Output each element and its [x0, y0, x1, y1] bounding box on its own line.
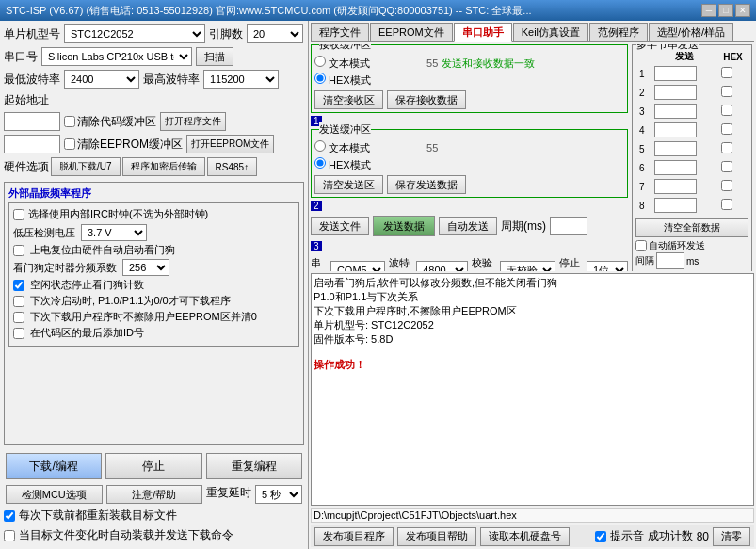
port-label: 串口号	[4, 49, 38, 65]
pin-select[interactable]: 20	[247, 24, 303, 43]
port-select[interactable]: Silicon Labs CP210x USB to UAI	[41, 47, 192, 66]
clear-send-button[interactable]: 清空发送区	[314, 175, 383, 194]
encrypt-button[interactable]: 程序加密后传输	[122, 157, 205, 176]
help-button[interactable]: 注意/帮助	[106, 485, 203, 504]
multistr-group: 多字节串发送 发送 HEX 1 2 3	[632, 44, 752, 271]
check-select[interactable]: 无校验	[500, 261, 555, 271]
open-eeprom-button[interactable]: 打开EEPROM文件	[186, 135, 274, 153]
clear-eeprom-label: 清除EEPROM缓冲区	[77, 137, 183, 153]
interval-input[interactable]: 0	[656, 252, 684, 269]
multistr-hex-check[interactable]	[721, 86, 732, 97]
save-send-button[interactable]: 保存发送数据	[387, 175, 466, 194]
download-button[interactable]: 下载/编程	[6, 453, 102, 479]
rs485-button[interactable]: RS485↑	[207, 157, 258, 176]
serial-right: 多字节串发送 发送 HEX 1 2 3	[632, 44, 754, 271]
interval-label: 间隔	[635, 254, 654, 267]
pub-help-button[interactable]: 发布项目帮助	[397, 527, 476, 546]
detect-mcu-button[interactable]: 检测MCU选项	[6, 485, 103, 504]
addr1-input[interactable]: 0x0000	[4, 112, 60, 131]
recv-group: 接收缓冲区 文本模式 55 发送和接收数据一致	[311, 44, 628, 113]
clear-recv-button[interactable]: 清空接收区	[314, 90, 383, 109]
idle-stop-check[interactable]	[13, 280, 24, 291]
multistr-hex-check[interactable]	[721, 180, 732, 191]
iap-button[interactable]: 脱机下载/U7	[51, 157, 121, 176]
tab-pricing[interactable]: 选型/价格/样品	[649, 23, 733, 41]
reload-check[interactable]	[4, 510, 15, 522]
wdt-select[interactable]: 256	[122, 259, 169, 276]
send-data-button[interactable]: 发送数据	[373, 216, 435, 236]
send-text-radio[interactable]	[314, 140, 326, 152]
multistr-hex-check[interactable]	[721, 123, 732, 135]
read-machine-button[interactable]: 读取本机硬盘号	[480, 527, 570, 546]
auto-loop-label: 自动循环发送	[649, 239, 705, 252]
mcu-select[interactable]: STC12C2052	[64, 24, 205, 43]
recv-hint: 发送和接收数据一致	[442, 57, 535, 71]
min-baud-select[interactable]: 2400	[64, 70, 139, 89]
com-select[interactable]: COM5	[330, 261, 385, 271]
multistr-row: 7	[637, 178, 747, 195]
clear-success-button[interactable]: 清零	[713, 527, 750, 546]
scan-button[interactable]: 扫描	[196, 47, 233, 66]
auto-send-check[interactable]	[4, 530, 15, 541]
multistr-num: 6	[637, 159, 651, 176]
hw-options-label: 硬件选项	[4, 159, 49, 175]
save-recv-button[interactable]: 保存接收数据	[387, 90, 466, 109]
maximize-button[interactable]: □	[718, 4, 733, 17]
multistr-hex-check[interactable]	[721, 67, 732, 78]
multistr-send-input[interactable]	[654, 122, 697, 137]
open-prog-button[interactable]: 打开程序文件	[160, 112, 226, 131]
auto-loop-check[interactable]	[635, 240, 647, 251]
next-boot-check[interactable]	[13, 296, 24, 307]
period-input[interactable]: 100	[550, 217, 587, 235]
max-baud-select[interactable]: 115200	[203, 70, 279, 89]
tab-eeprom-file[interactable]: EEPROM文件	[370, 23, 453, 41]
close-button[interactable]: ✕	[735, 4, 750, 17]
send-file-button[interactable]: 发送文件	[311, 217, 369, 235]
multistr-send-input[interactable]	[654, 160, 697, 175]
multistr-send-input[interactable]	[654, 104, 697, 119]
auto-send-button[interactable]: 自动发送	[439, 217, 497, 235]
last-id-check[interactable]	[13, 328, 24, 339]
tab-examples[interactable]: 范例程序	[589, 23, 648, 41]
clear-eeprom-check[interactable]	[64, 138, 75, 150]
addr2-input[interactable]: 0x0000	[4, 135, 60, 153]
baud-select[interactable]: 4800	[416, 261, 468, 271]
stop-button[interactable]: 停止	[105, 453, 201, 479]
minimize-button[interactable]: ─	[701, 4, 716, 17]
recv-text-mode-label[interactable]: 文本模式	[314, 56, 370, 71]
port-row: 串口号 Silicon Labs CP210x USB to UAI 扫描	[4, 47, 304, 66]
multistr-hex-check[interactable]	[721, 161, 732, 172]
hint-check[interactable]	[595, 531, 606, 542]
power-reset-row: 上电复位由硬件自动启动看门狗	[13, 243, 295, 257]
multistr-col-num	[637, 50, 651, 63]
reprogram-button[interactable]: 重复编程	[206, 453, 302, 479]
send-hex-mode-label[interactable]: HEX模式	[314, 157, 371, 172]
multistr-send-input[interactable]	[654, 198, 697, 213]
recv-hex-radio[interactable]	[314, 73, 326, 84]
recv-hex-mode-label[interactable]: HEX模式	[314, 73, 371, 88]
hw-bar: 硬件选项 脱机下载/U7 程序加密后传输 RS485↑	[4, 157, 304, 176]
tab-serial[interactable]: 串口助手	[454, 23, 512, 42]
multistr-hex-check[interactable]	[721, 105, 732, 116]
multistr-hex-check[interactable]	[721, 142, 732, 153]
low-volt-select[interactable]: 3.7 V	[81, 224, 147, 241]
multistr-send-input[interactable]	[654, 85, 697, 100]
power-reset-check[interactable]	[13, 245, 24, 256]
tab-prog-file[interactable]: 程序文件	[311, 23, 369, 41]
inner-clock-check[interactable]	[13, 209, 24, 220]
clear-code-check[interactable]	[64, 116, 75, 127]
multistr-send-input[interactable]	[654, 141, 697, 156]
send-hex-radio[interactable]	[314, 157, 326, 169]
multistr-send-input[interactable]	[654, 179, 697, 194]
recv-hex-row: HEX模式	[314, 73, 624, 88]
recv-text-radio[interactable]	[314, 56, 326, 67]
send-text-mode-label[interactable]: 文本模式	[314, 140, 370, 155]
multistr-send-input[interactable]	[654, 66, 697, 81]
tab-keil[interactable]: Keil仿真设置	[513, 23, 588, 41]
clear-all-button[interactable]: 清空全部数据	[635, 218, 748, 237]
no-eeprom-check[interactable]	[13, 312, 24, 323]
stop-select[interactable]: 1位	[587, 261, 628, 271]
pub-prog-button[interactable]: 发布项目程序	[314, 527, 394, 546]
retry-select[interactable]: 5 秒	[255, 485, 302, 504]
multistr-hex-check[interactable]	[721, 199, 732, 210]
